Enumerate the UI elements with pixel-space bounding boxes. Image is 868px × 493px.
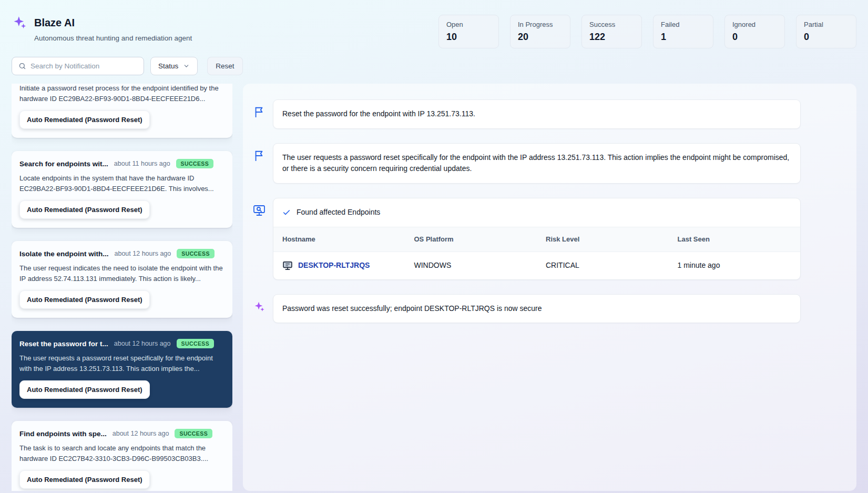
notification-description: Initiate a password reset process for th… — [19, 84, 224, 104]
stat-card-in-progress: In Progress 20 — [510, 15, 570, 48]
notification-card[interactable]: Search for endpoints wit... about 11 hou… — [12, 151, 232, 228]
stat-card-ignored: Ignored 0 — [724, 15, 785, 48]
stat-label: In Progress — [518, 21, 563, 28]
table-row[interactable]: DESKTOP-RLTJRQS WINDOWS CRITICAL 1 minut… — [273, 251, 800, 279]
endpoints-table: Hostname OS Platform Risk Level Last See… — [273, 227, 800, 279]
notification-title: Reset the password for t... — [19, 340, 108, 348]
sparkle-logo-icon — [12, 15, 27, 31]
stat-value: 1 — [661, 32, 706, 43]
notification-description: The user requests a password reset speci… — [19, 353, 224, 374]
notification-list: Initiate a password reset process for th… — [12, 84, 232, 491]
chevron-down-icon — [183, 63, 190, 69]
notification-card-selected[interactable]: Reset the password for t... about 12 hou… — [12, 331, 232, 408]
stat-card-open: Open 10 — [438, 15, 499, 48]
sparkle-icon — [251, 299, 267, 315]
flag-icon — [251, 148, 267, 164]
notification-card[interactable]: Initiate a password reset process for th… — [12, 84, 232, 138]
auto-remediated-button[interactable]: Auto Remediated (Password Reset) — [19, 110, 150, 129]
os-platform-cell: WINDOWS — [405, 251, 537, 279]
result-message: Password was reset successfully; endpoin… — [273, 294, 801, 324]
computer-icon — [282, 260, 293, 271]
stat-label: Success — [589, 21, 634, 28]
status-badge: SUCCESS — [177, 249, 215, 258]
check-icon — [282, 208, 291, 217]
reset-filters-button[interactable]: Reset — [207, 57, 242, 75]
request-message: Reset the password for the endpoint with… — [273, 99, 801, 129]
stat-value: 122 — [589, 32, 634, 43]
search-input[interactable] — [30, 62, 137, 70]
stat-label: Failed — [661, 21, 706, 28]
notification-time: about 12 hours ago — [113, 430, 169, 437]
message-row-result: Password was reset successfully; endpoin… — [251, 294, 801, 324]
message-row-endpoints: Found affected Endpoints Hostname OS Pla… — [251, 198, 801, 280]
analysis-message: The user requests a password reset speci… — [273, 143, 801, 184]
notification-card[interactable]: Isolate the endpoint with... about 12 ho… — [12, 241, 232, 318]
stat-value: 10 — [446, 32, 491, 43]
last-seen-cell: 1 minute ago — [669, 251, 801, 279]
status-filter-label: Status — [158, 62, 178, 70]
stat-card-failed: Failed 1 — [653, 15, 713, 48]
stat-value: 0 — [732, 32, 777, 43]
endpoint-scan-icon — [251, 203, 267, 218]
message-row-analysis: The user requests a password reset speci… — [251, 143, 801, 184]
notification-title: Isolate the endpoint with... — [19, 250, 109, 258]
detail-panel: Reset the password for the endpoint with… — [243, 84, 856, 491]
notification-description: Locate endpoints in the system that have… — [19, 173, 224, 194]
stat-value: 20 — [518, 32, 563, 43]
endpoints-card: Found affected Endpoints Hostname OS Pla… — [273, 198, 801, 280]
search-box[interactable] — [12, 57, 144, 75]
status-badge: SUCCESS — [175, 429, 212, 438]
toolbar: Status Reset — [0, 52, 868, 84]
brand: Blaze AI Autonomous threat hunting and r… — [12, 15, 192, 42]
message-row-request: Reset the password for the endpoint with… — [251, 99, 801, 129]
search-icon — [18, 62, 26, 70]
status-filter-dropdown[interactable]: Status — [150, 57, 198, 75]
header: Blaze AI Autonomous threat hunting and r… — [0, 0, 868, 52]
column-os-platform: OS Platform — [405, 227, 537, 251]
hostname-link[interactable]: DESKTOP-RLTJRQS — [298, 260, 370, 271]
status-badge: SUCCESS — [177, 339, 215, 348]
endpoints-card-title: Found affected Endpoints — [297, 207, 380, 218]
stat-card-partial: Partial 0 — [796, 15, 856, 48]
stat-label: Open — [446, 21, 491, 28]
stat-value: 0 — [804, 32, 849, 43]
notification-description: The task is to search and locate any end… — [19, 443, 224, 464]
risk-level-cell: CRITICAL — [537, 251, 669, 279]
column-last-seen: Last Seen — [669, 227, 801, 251]
content: Initiate a password reset process for th… — [0, 84, 868, 493]
notification-card[interactable]: Find endpoints with spe... about 12 hour… — [12, 421, 232, 491]
stat-label: Partial — [804, 21, 849, 28]
notification-time: about 11 hours ago — [114, 160, 170, 167]
notification-time: about 12 hours ago — [114, 340, 171, 347]
notification-description: The user request indicates the need to i… — [19, 263, 224, 284]
table-header-row: Hostname OS Platform Risk Level Last See… — [273, 227, 800, 251]
column-hostname: Hostname — [273, 227, 405, 251]
notification-time: about 12 hours ago — [115, 250, 171, 257]
flag-icon — [251, 104, 267, 120]
stat-label: Ignored — [732, 21, 777, 28]
notification-title: Search for endpoints wit... — [19, 160, 108, 168]
auto-remediated-button[interactable]: Auto Remediated (Password Reset) — [19, 470, 150, 489]
endpoints-card-header: Found affected Endpoints — [273, 198, 800, 227]
app-title: Blaze AI — [34, 17, 192, 29]
auto-remediated-button[interactable]: Auto Remediated (Password Reset) — [19, 380, 150, 399]
auto-remediated-button[interactable]: Auto Remediated (Password Reset) — [19, 290, 150, 309]
stat-card-success: Success 122 — [581, 15, 642, 48]
notification-title: Find endpoints with spe... — [19, 430, 107, 438]
status-badge: SUCCESS — [176, 159, 214, 168]
auto-remediated-button[interactable]: Auto Remediated (Password Reset) — [19, 200, 150, 219]
column-risk-level: Risk Level — [537, 227, 669, 251]
stats-row: Open 10 In Progress 20 Success 122 Faile… — [438, 15, 856, 48]
app-subtitle: Autonomous threat hunting and remediatio… — [34, 34, 192, 42]
